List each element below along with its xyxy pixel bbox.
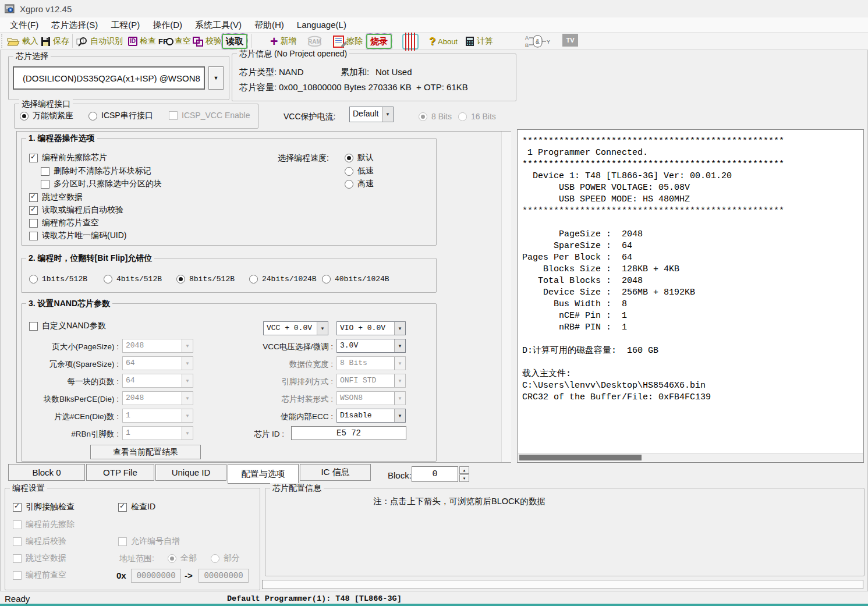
radio-icsp-port[interactable]: ICSP串行接口: [88, 111, 153, 121]
chip-icon: [402, 34, 419, 49]
speed-label: 选择编程速度:: [278, 153, 329, 164]
verify-button[interactable]: 校验: [193, 34, 222, 49]
checkbox-erase-selected-partition[interactable]: 多分区时,只擦除选中分区的块: [41, 179, 162, 189]
radio-4bits-512[interactable]: 4bits/512B: [104, 275, 162, 283]
tab-ic-info[interactable]: IC 信息: [300, 464, 371, 481]
radio-dot: [345, 167, 353, 176]
load-button[interactable]: 载入: [7, 34, 38, 49]
block-spin-down-button[interactable]: ▼: [459, 474, 469, 482]
svg-text:B: B: [525, 42, 529, 48]
radio-dot: [88, 112, 97, 121]
about-button[interactable]: ? About: [429, 34, 458, 49]
tab-label: 配置与选项: [242, 469, 285, 480]
tab-label: Unique ID: [172, 467, 211, 477]
window-title: Xgpro v12.45: [20, 4, 72, 14]
scrollbar-thumb[interactable]: [519, 455, 642, 460]
radio-40bits-1024[interactable]: 40bits/1024B: [322, 275, 389, 283]
blank-check-button[interactable]: FF 查空: [158, 34, 191, 49]
radio-8bits-512[interactable]: 8bits/512B: [176, 275, 235, 283]
vcc-voltage-combo[interactable]: 3.0V▼: [336, 339, 406, 353]
radio-speed-default[interactable]: 默认: [345, 153, 374, 163]
data-width-combo: 8 Bits▼: [336, 356, 406, 370]
menu-project[interactable]: 工程(P): [104, 17, 146, 32]
checkbox-erase-before-program[interactable]: 编程前先擦除芯片: [29, 153, 107, 163]
menu-operation[interactable]: 操作(D): [146, 17, 189, 32]
tab-config-options[interactable]: 配置与选项: [228, 464, 299, 484]
menu-help[interactable]: 帮助(H): [248, 17, 290, 32]
vcc-current-combo[interactable]: Default ▼: [349, 107, 394, 122]
radio-universal-socket[interactable]: 万能锁紧座: [20, 111, 73, 121]
radio-1bits-512[interactable]: 1bits/512B: [29, 275, 87, 283]
tab-block0[interactable]: Block 0: [8, 464, 85, 481]
checksum-value: Not Used: [375, 67, 412, 77]
vcc-voltage-value: 3.0V: [337, 339, 394, 352]
menu-language[interactable]: Language(L): [290, 17, 353, 32]
vcc-offset-combo[interactable]: VCC + 0.0V▼: [263, 321, 328, 335]
checkbox-pin-contact-check[interactable]: 引脚接触检查: [13, 502, 75, 512]
checkbox-label: 编程前芯片查空: [42, 218, 99, 228]
checkbox-label: 检查ID: [131, 502, 155, 512]
radio-24bits-1024[interactable]: 24bits/1024B: [249, 275, 317, 283]
options-panel-scrollbar[interactable]: [501, 132, 511, 462]
checkbox-custom-nand-params[interactable]: 自定义NAND参数: [29, 321, 106, 331]
tab-unique-id[interactable]: Unique ID: [155, 464, 226, 481]
vio-offset-combo[interactable]: VIO + 0.0V▼: [336, 321, 406, 335]
load-label: 载入: [22, 36, 38, 47]
checkbox-check-id[interactable]: 检查ID: [118, 502, 155, 512]
radio-label: 高速: [357, 179, 374, 189]
checkbox-blank-check-before[interactable]: 编程前芯片查空: [29, 218, 99, 228]
block-label: Block:: [388, 470, 412, 480]
chip-id-field[interactable]: E5 72: [291, 426, 406, 440]
programming-settings-title: 编程设置: [10, 483, 47, 494]
checkbox-read-uid[interactable]: 读取芯片唯一编码(UID): [29, 231, 126, 241]
save-button[interactable]: 保存: [41, 34, 69, 49]
arrow-right-label: ->: [185, 570, 193, 580]
log-horizontal-scrollbar[interactable]: [518, 453, 863, 462]
radio-dot: [249, 275, 258, 283]
block-spin-up-button[interactable]: ▲: [459, 466, 469, 474]
read-button[interactable]: 读取: [222, 34, 247, 49]
erase-label: 擦除: [346, 36, 363, 47]
chip-test-button[interactable]: [402, 34, 419, 49]
data-width-value: 8 Bits: [337, 357, 394, 370]
radio-speed-high[interactable]: 高速: [345, 179, 374, 189]
checkbox-box: [13, 520, 22, 529]
ram-button[interactable]: RAM: [305, 34, 324, 49]
radio-8bits-label: 8 Bits: [431, 112, 452, 121]
radio-dot: [345, 154, 353, 162]
logic-gate-button[interactable]: A B & Y: [525, 34, 551, 49]
menu-system-tools[interactable]: 系统工具(V): [189, 17, 248, 32]
block-number-field[interactable]: 0: [412, 466, 458, 482]
blocks-per-ce-label: 块数BlksPerCE(Die) :: [20, 394, 119, 405]
id-icon: ID: [128, 37, 137, 46]
auto-detect-button[interactable]: 自动识别: [76, 34, 123, 49]
address-from-field: 00000000: [131, 569, 181, 583]
menu-file[interactable]: 文件(F): [3, 17, 45, 32]
checkbox-keep-badblock-marks[interactable]: 删除时不清除芯片坏块标记: [41, 166, 151, 176]
view-config-button[interactable]: 查看当前配置结果: [90, 445, 201, 459]
radio-speed-low[interactable]: 低速: [345, 166, 374, 176]
erase-button[interactable]: 擦除: [333, 34, 363, 49]
internal-ecc-combo[interactable]: Disable▼: [336, 409, 406, 423]
add-button[interactable]: + 新增: [270, 34, 296, 49]
program-button[interactable]: 烧录: [366, 34, 392, 49]
radio-dot: [168, 554, 176, 563]
chevron-down-icon: ▼: [182, 339, 193, 352]
calculator-button[interactable]: 计算: [465, 34, 493, 49]
chip-select-combo[interactable]: (DOSILICON)DS35Q2GA(x1+ISP) @WSON8: [13, 66, 205, 90]
checkbox-skip-blank-data[interactable]: 跳过空数据: [29, 192, 83, 203]
chip-select-dropdown-button[interactable]: ▼: [208, 66, 224, 90]
radio-16bits: 16 Bits: [458, 112, 496, 121]
tab-otp-file[interactable]: OTP File: [86, 464, 154, 481]
status-bar: Ready Default Programmer(1): T48 [TL866-…: [0, 591, 868, 604]
checkbox-auto-verify[interactable]: 读取或编程后自动校验: [29, 205, 123, 215]
menu-chip-select[interactable]: 芯片选择(S): [45, 17, 104, 32]
internal-ecc-value: Disable: [337, 409, 394, 422]
chevron-down-icon: ▼: [182, 374, 193, 387]
checkbox-box: [13, 554, 22, 563]
checkbox-label: 允许编号自增: [131, 536, 180, 547]
chip-info-group: 芯片信息 (No Project opened) 芯片类型: NAND 累加和:…: [232, 54, 516, 101]
progress-bar: [262, 580, 863, 589]
check-button[interactable]: ID 检查: [128, 34, 156, 49]
tv-button[interactable]: TV: [562, 34, 578, 47]
